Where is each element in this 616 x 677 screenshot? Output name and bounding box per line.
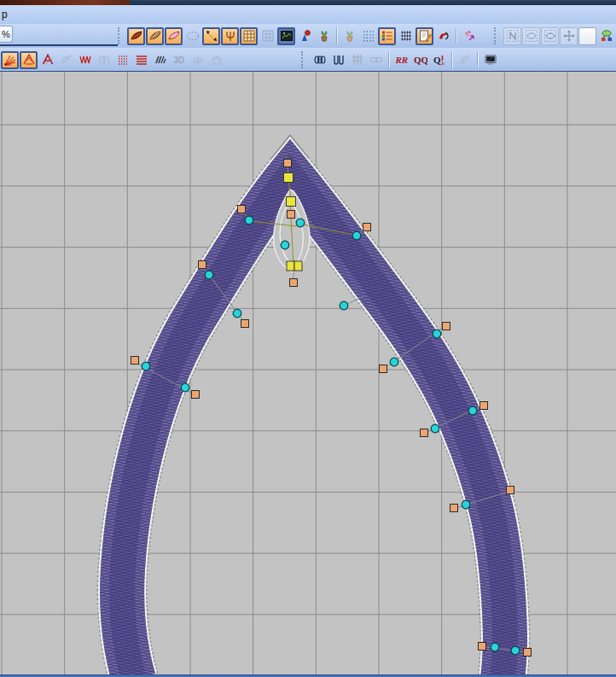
contour-lines-tool-button[interactable] bbox=[456, 51, 474, 69]
measure-tool-button[interactable] bbox=[202, 27, 220, 45]
reshape-node-cyan[interactable] bbox=[296, 219, 305, 227]
reshape-node-cyan[interactable] bbox=[468, 406, 477, 415]
fancy-fill-tool-icon bbox=[154, 53, 167, 67]
reshape-node-cyan[interactable] bbox=[352, 231, 361, 240]
auto-digitize-tool-button[interactable] bbox=[434, 27, 452, 45]
zoom-percent-box[interactable]: % bbox=[0, 26, 13, 43]
color-film-tool-button[interactable] bbox=[378, 27, 396, 45]
column-stitch-tool-button[interactable] bbox=[329, 51, 347, 69]
toolbar-separator bbox=[388, 52, 389, 67]
reshape-node-cyan[interactable] bbox=[491, 643, 499, 651]
control-handle-orange[interactable] bbox=[507, 487, 514, 494]
fancy-fill-tool-button[interactable] bbox=[151, 51, 169, 69]
group-objects-tool-button[interactable] bbox=[597, 27, 615, 45]
reshape-node-cyan[interactable] bbox=[233, 309, 241, 318]
3d-effect-tool-icon: 3D bbox=[172, 53, 186, 67]
toolbar-grip-handle[interactable] bbox=[301, 51, 307, 68]
satin-fill-tool-button[interactable] bbox=[127, 27, 145, 45]
control-handle-orange[interactable] bbox=[288, 211, 295, 219]
outline-stitch-tool-icon bbox=[167, 29, 181, 43]
artwork-dim-tool-button[interactable] bbox=[340, 27, 358, 45]
control-handle-orange[interactable] bbox=[380, 365, 387, 373]
menu-item-clipped[interactable]: p bbox=[2, 9, 8, 20]
object-properties-tool-button[interactable] bbox=[416, 27, 433, 45]
entry-exit-node-yellow[interactable] bbox=[287, 197, 296, 207]
entry-exit-node-yellow[interactable] bbox=[284, 173, 293, 183]
control-handle-orange[interactable] bbox=[192, 391, 200, 399]
trapunto-tool-button[interactable] bbox=[207, 51, 225, 69]
skew-tool-button[interactable] bbox=[57, 51, 75, 69]
screen-preview-tool-button[interactable] bbox=[481, 51, 499, 69]
zigzag-stitch-tool-button[interactable] bbox=[76, 51, 94, 69]
toolbar-row-2: 3D RRQQQ bbox=[0, 48, 616, 72]
grid-small-tool-icon bbox=[261, 29, 275, 43]
design-canvas[interactable] bbox=[0, 72, 616, 674]
control-handle-orange[interactable] bbox=[290, 279, 298, 287]
reshape-node-cyan[interactable] bbox=[340, 301, 348, 310]
control-handle-orange[interactable] bbox=[284, 160, 292, 167]
reshape-envelope-tool-button[interactable] bbox=[503, 27, 521, 45]
weave-fill-tool-button[interactable] bbox=[348, 51, 366, 69]
reshape-node-cyan[interactable] bbox=[245, 216, 253, 225]
envelope-points-tool-button[interactable] bbox=[541, 27, 559, 45]
reshape-node-cyan[interactable] bbox=[511, 646, 520, 655]
entry-exit-double-node-yellow[interactable] bbox=[287, 261, 302, 271]
stitch-list-tool-button[interactable] bbox=[397, 27, 415, 45]
reshape-node-cyan[interactable] bbox=[431, 424, 439, 433]
freehand-shape-tool-button[interactable] bbox=[183, 27, 201, 45]
3d-effect-tool-button[interactable]: 3D bbox=[170, 51, 188, 69]
control-handle-orange[interactable] bbox=[443, 323, 450, 330]
control-handle-orange[interactable] bbox=[421, 429, 428, 437]
control-handle-orange[interactable] bbox=[241, 320, 249, 328]
reshape-node-cyan[interactable] bbox=[433, 330, 441, 338]
reshape-node-cyan[interactable] bbox=[142, 362, 150, 371]
reshape-node-cyan[interactable] bbox=[390, 358, 398, 366]
reshape-node-cyan[interactable] bbox=[205, 271, 213, 279]
background-image-tool-button[interactable] bbox=[277, 27, 295, 45]
toolbar-group-transform bbox=[493, 26, 615, 46]
envelope-ellipse-tool-button[interactable] bbox=[522, 27, 540, 45]
reshape-node-cyan[interactable] bbox=[462, 500, 470, 509]
quilt-stitch-tool-button[interactable]: QQ bbox=[411, 51, 429, 69]
lettering-tool-button[interactable] bbox=[38, 51, 56, 69]
toolbar-grip-handle[interactable] bbox=[494, 27, 500, 44]
embroidery-band[interactable] bbox=[122, 174, 505, 674]
control-handle-orange[interactable] bbox=[238, 206, 246, 213]
artwork-tool-button[interactable] bbox=[315, 27, 333, 45]
circle-stitch-tool-button[interactable] bbox=[311, 51, 328, 69]
single-stitch-tool-button[interactable]: Q bbox=[430, 51, 448, 69]
outline-stitch-tool-button[interactable] bbox=[165, 27, 183, 45]
contour-stitch-tool-button[interactable] bbox=[132, 51, 150, 69]
design-canvas-area[interactable] bbox=[0, 72, 616, 674]
control-handle-orange[interactable] bbox=[199, 261, 206, 269]
run-stitch-tool-button[interactable]: RR bbox=[392, 51, 410, 69]
move-tool-icon bbox=[562, 29, 576, 43]
flower-arrow-tool-button[interactable] bbox=[460, 27, 478, 45]
reshape-node-cyan[interactable] bbox=[281, 241, 289, 249]
appearance-tool-button[interactable] bbox=[189, 51, 206, 69]
grid-small-tool-button[interactable] bbox=[259, 27, 276, 45]
grid-large-tool-button[interactable] bbox=[240, 27, 258, 45]
motif-fill-tool-button[interactable] bbox=[113, 51, 131, 69]
control-handle-orange[interactable] bbox=[480, 402, 488, 410]
control-handle-orange[interactable] bbox=[524, 649, 532, 657]
hoop-tool-button[interactable] bbox=[296, 27, 314, 45]
stitch-dots-tool-button[interactable] bbox=[359, 27, 377, 45]
loop-stitch-tool-button[interactable] bbox=[95, 51, 113, 69]
blank-button-button[interactable] bbox=[578, 27, 596, 45]
control-handle-orange[interactable] bbox=[450, 505, 458, 512]
control-handle-orange[interactable] bbox=[131, 357, 139, 365]
move-tool-button[interactable] bbox=[560, 27, 578, 45]
peak-stitch-tool-button[interactable] bbox=[20, 51, 38, 69]
tatami-fill-tool-button[interactable] bbox=[146, 27, 164, 45]
control-handle-orange[interactable] bbox=[363, 224, 371, 231]
chain-stitch-tool-button[interactable] bbox=[367, 51, 385, 69]
grid-large-tool-icon bbox=[242, 29, 256, 43]
skew-tool-icon bbox=[60, 53, 73, 67]
control-handle-orange[interactable] bbox=[479, 643, 486, 651]
stitch-angle-tool-button[interactable] bbox=[1, 51, 19, 69]
branching-tool-button[interactable] bbox=[221, 27, 239, 45]
toolbar-grip-handle[interactable] bbox=[118, 27, 124, 44]
reshape-node-cyan[interactable] bbox=[181, 383, 189, 392]
toolbar-separator bbox=[477, 52, 478, 67]
